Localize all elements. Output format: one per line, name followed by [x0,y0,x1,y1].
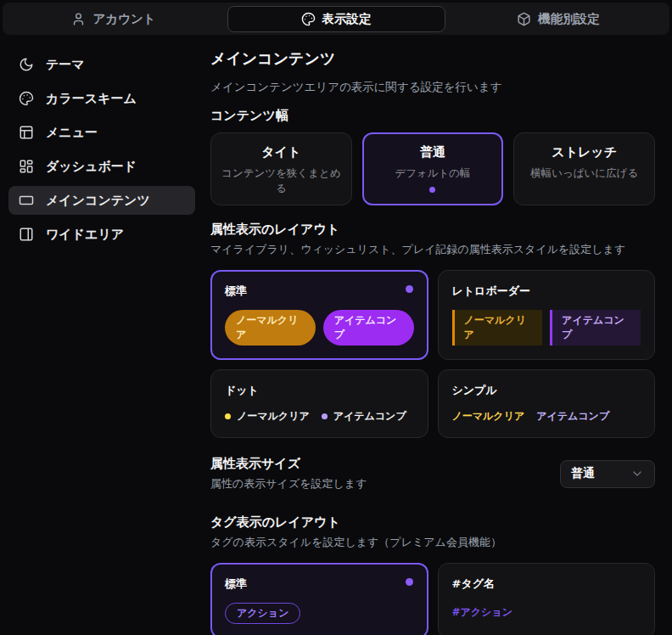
content-width-heading: コンテンツ幅 [210,108,655,124]
width-option-title: ストレッチ [523,144,646,160]
page-subtitle: メインコンテンツエリアの表示に関する設定を行います [210,80,655,95]
rectangle-icon [19,193,34,208]
attribute-layout-desc: マイライブラリ、ウィッシュリスト、プレイ記録の属性表示スタイルを設定します [210,242,655,257]
tag-layout-heading: タグ表示のレイアウト [210,514,655,531]
badge-item-complete: アイテムコンプ [322,409,406,424]
attribute-layout-options: 標準 ノーマルクリア アイテムコンプ レトロボーダー ノーマルクリア アイテムコ… [210,270,655,438]
width-option-normal[interactable]: 普通 デフォルトの幅 [362,132,504,205]
attribute-size-value: 普通 [571,466,595,481]
sidebar-item-label: テーマ [46,57,85,73]
attr-card-title: シンプル [452,383,641,398]
width-option-desc: デフォルトの幅 [372,166,495,181]
tab-account-label: アカウント [92,11,155,27]
panels-top-left-icon [19,125,34,140]
lavender-dot-icon [322,413,328,419]
sidebar-item-theme[interactable]: テーマ [8,50,195,79]
attr-layout-dot[interactable]: ドット ノーマルクリア アイテムコンプ [210,369,428,438]
badge-normal-clear: ノーマルクリア [225,409,310,424]
tab-account[interactable]: アカウント [63,6,164,32]
package-icon [517,12,531,26]
body-row: テーマ カラースキーム メニュー ダッシュボード [0,35,672,635]
sidebar-item-dashboard[interactable]: ダッシュボード [8,152,195,181]
tab-slot-account: アカウント [3,6,225,32]
attribute-size-labels: 属性表示サイズ 属性の表示サイズを設定します [210,456,367,492]
sidebar-item-wide-area[interactable]: ワイドエリア [8,220,195,249]
sidebar-item-label: カラースキーム [46,91,137,107]
attr-card-title: ドット [225,383,414,398]
attr-layout-standard[interactable]: 標準 ノーマルクリア アイテムコンプ [210,270,428,360]
tag-layout-hashtag[interactable]: #タグ名 #アクション [438,563,656,635]
badge-normal-clear: ノーマルクリア [452,409,525,424]
attribute-size-row: 属性表示サイズ 属性の表示サイズを設定します 普通 [210,456,655,492]
sidebar-item-main-content[interactable]: メインコンテンツ [8,186,195,215]
tab-feature-label: 機能別設定 [538,11,600,27]
yellow-dot-icon [225,413,231,419]
attribute-size-heading: 属性表示サイズ [210,456,367,472]
badge-action-tag: アクション [225,603,300,624]
chevron-down-icon [630,467,644,480]
attr-card-title: レトロボーダー [452,284,641,299]
tag-card-title: 標準 [225,576,414,592]
palette-icon [301,12,316,26]
panel-right-icon [19,227,34,242]
sidebar-item-label: ワイドエリア [46,227,124,243]
palette-icon [19,91,34,106]
tag-layout-standard[interactable]: 標準 アクション [210,563,428,635]
tab-slot-display: 表示設定 [225,6,447,32]
attribute-layout-heading: 属性表示のレイアウト [210,222,655,238]
badge-item-complete: アイテムコンプ [550,310,641,346]
sidebar-item-menu[interactable]: メニュー [8,118,195,147]
attribute-size-desc: 属性の表示サイズを設定します [210,476,367,492]
tag-card-title: #タグ名 [452,576,641,592]
attr-card-title: 標準 [225,284,414,299]
main-content: メインコンテンツ メインコンテンツエリアの表示に関する設定を行います コンテンツ… [204,35,672,635]
selected-dot-icon [406,578,413,586]
content-width-options: タイト コンテンツを狭くまとめる 普通 デフォルトの幅 ストレッチ 横幅いっぱい… [210,132,655,205]
width-option-title: 普通 [372,144,495,160]
page-title: メインコンテンツ [210,48,655,69]
selected-dot-icon [429,187,435,193]
user-icon [71,12,86,26]
attribute-size-select[interactable]: 普通 [560,460,655,488]
sidebar-item-color-scheme[interactable]: カラースキーム [8,84,195,113]
badge-normal-clear: ノーマルクリア [452,310,543,346]
selected-dot-icon [406,285,413,293]
attr-layout-retro-border[interactable]: レトロボーダー ノーマルクリア アイテムコンプ [438,270,656,360]
tab-slot-feature: 機能別設定 [447,6,669,32]
top-tab-bar: アカウント 表示設定 機能別設定 [3,3,669,35]
badge-normal-clear: ノーマルクリア [225,310,316,346]
width-option-stretch[interactable]: ストレッチ 横幅いっぱいに広げる [513,132,655,205]
width-option-tight[interactable]: タイト コンテンツを狭くまとめる [210,132,352,205]
badge-item-complete: アイテムコンプ [536,409,609,424]
settings-window: アカウント 表示設定 機能別設定 [0,3,672,635]
tab-display-label: 表示設定 [322,11,372,27]
sidebar-item-label: ダッシュボード [46,159,137,175]
attr-layout-simple[interactable]: シンプル ノーマルクリア アイテムコンプ [438,369,656,438]
tag-layout-options: 標準 アクション #タグ名 #アクション [210,563,655,635]
width-option-desc: コンテンツを狭くまとめる [220,166,343,196]
tag-layout-desc: タグの表示スタイルを設定します（プレミアム会員機能） [210,535,655,550]
sidebar-item-label: メインコンテンツ [46,193,150,209]
width-option-desc: 横幅いっぱいに広げる [523,166,646,181]
hashtag-sample: #アクション [452,605,641,620]
sidebar-item-label: メニュー [46,125,98,141]
badge-item-complete: アイテムコンプ [323,310,414,346]
width-option-title: タイト [220,144,343,160]
dashboard-icon [19,159,34,174]
moon-icon [19,57,34,72]
tab-display-settings[interactable]: 表示設定 [227,6,445,32]
sidebar: テーマ カラースキーム メニュー ダッシュボード [0,35,204,635]
tab-feature-settings[interactable]: 機能別設定 [508,6,608,32]
